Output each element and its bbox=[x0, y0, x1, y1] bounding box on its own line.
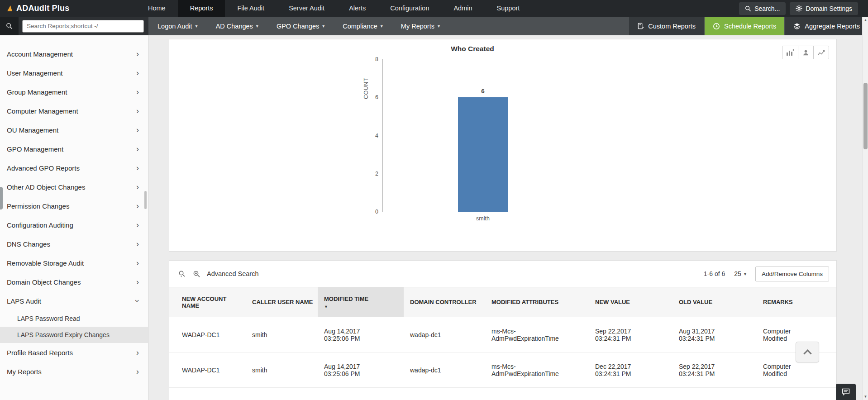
search-icon bbox=[745, 5, 751, 12]
chart-bar[interactable]: 6 bbox=[458, 97, 508, 212]
user-view-button[interactable] bbox=[798, 46, 813, 59]
sidebar-item-profile-based-reports[interactable]: Profile Based Reports› bbox=[0, 343, 148, 362]
sidebar-subitem-laps-password-read[interactable]: LAPS Password Read bbox=[0, 310, 148, 327]
sidebar-item-account-management[interactable]: Account Management› bbox=[0, 44, 148, 63]
table-cell: Dec 22,2017 03:24:31 PM bbox=[589, 352, 672, 388]
menu-ad-changes[interactable]: AD Changes▾ bbox=[207, 17, 267, 35]
table-row[interactable]: WADAP-DC1smithAug 14,2017 03:25:06 PMwad… bbox=[169, 352, 836, 388]
column-header-domain-controller[interactable]: DOMAIN CONTROLLER bbox=[404, 287, 485, 317]
search-icon bbox=[6, 23, 13, 29]
chat-bubble-icon bbox=[841, 388, 850, 396]
chat-support-button[interactable] bbox=[836, 384, 856, 400]
column-header-new-value[interactable]: NEW VALUE bbox=[589, 287, 672, 317]
main-content: Who Created COUNT 6 smith 02468 bbox=[148, 35, 862, 400]
sidebar-item-removable-storage-audit[interactable]: Removable Storage Audit› bbox=[0, 253, 148, 272]
report-table: NEW ACCOUNT NAMECALLER USER NAMEMODIFIED… bbox=[169, 287, 836, 388]
sidebar-item-label: Advanced GPO Reports bbox=[7, 164, 80, 172]
page-scrollbar[interactable]: ▲ ▼ bbox=[862, 17, 868, 400]
schedule-reports-button[interactable]: Schedule Reports bbox=[705, 17, 784, 35]
gear-icon bbox=[796, 5, 802, 12]
menu-my-reports[interactable]: My Reports▾ bbox=[392, 17, 449, 35]
chart-x-category-label: smith bbox=[458, 215, 508, 222]
column-header-modified-time[interactable]: MODIFIED TIME▼ bbox=[318, 287, 404, 317]
bar-chart-plus-icon bbox=[786, 49, 794, 56]
custom-report-icon bbox=[637, 23, 644, 29]
sidebar-collapse-handle[interactable] bbox=[0, 187, 3, 210]
chevron-right-icon: › bbox=[136, 145, 139, 153]
sidebar-item-permission-changes[interactable]: Permission Changes› bbox=[0, 196, 148, 215]
add-remove-columns-button[interactable]: Add/Remove Columns bbox=[755, 267, 829, 281]
sidebar-item-laps-audit[interactable]: LAPS Audit› bbox=[0, 291, 148, 310]
sidebar-item-group-management[interactable]: Group Management› bbox=[0, 82, 148, 101]
table-toolbar-right: 1-6 of 6 25 ▾ Add/Remove Columns bbox=[704, 267, 829, 281]
nav-tab-server-audit[interactable]: Server Audit bbox=[277, 0, 337, 17]
menu-logon-audit[interactable]: Logon Audit▾ bbox=[148, 17, 207, 35]
sidebar-subitem-laps-password-expiry-changes[interactable]: LAPS Password Expiry Changes bbox=[0, 327, 148, 343]
sidebar-item-label: Other AD Object Changes bbox=[7, 183, 85, 191]
sidebar-item-label: Domain Object Changes bbox=[7, 278, 81, 286]
custom-reports-button[interactable]: Custom Reports bbox=[629, 17, 704, 35]
report-search-input[interactable] bbox=[22, 20, 144, 33]
advanced-search-button[interactable] bbox=[193, 270, 200, 278]
sidebar-item-computer-management[interactable]: Computer Management› bbox=[0, 101, 148, 120]
nav-tab-reports[interactable]: Reports bbox=[178, 0, 225, 17]
sidebar-item-label: Configuration Auditing bbox=[7, 221, 73, 229]
column-header-caller-user-name[interactable]: CALLER USER NAME bbox=[246, 287, 318, 317]
sidebar-scrollbar-thumb[interactable] bbox=[144, 191, 147, 209]
column-header-modified-attributes[interactable]: MODIFIED ATTRIBUTES bbox=[485, 287, 589, 317]
advanced-search-label[interactable]: Advanced Search bbox=[207, 270, 258, 277]
nav-tab-configuration[interactable]: Configuration bbox=[378, 0, 441, 17]
scroll-to-top-button[interactable] bbox=[796, 342, 819, 362]
menu-compliance[interactable]: Compliance▾ bbox=[334, 17, 392, 35]
menu-gpo-changes[interactable]: GPO Changes▾ bbox=[267, 17, 334, 35]
domain-settings-button[interactable]: Domain Settings bbox=[790, 2, 858, 15]
table-row[interactable]: WADAP-DC1smithAug 14,2017 03:25:06 PMwad… bbox=[169, 317, 836, 352]
table-cell: ms-Mcs- AdmPwdExpirationTime bbox=[485, 317, 589, 352]
page-size-select[interactable]: 25 ▾ bbox=[734, 270, 746, 277]
sidebar-item-gpo-management[interactable]: GPO Management› bbox=[0, 139, 148, 158]
table-panel: Advanced Search 1-6 of 6 25 ▾ Add/Remove… bbox=[169, 260, 837, 400]
bar-chart-add-button[interactable] bbox=[782, 46, 798, 59]
column-header-label: OLD VALUE bbox=[679, 299, 712, 305]
chart-title: Who Created bbox=[364, 45, 581, 53]
table-cell: Sep 22,2017 03:24:31 PM bbox=[672, 352, 757, 388]
scrollbar-down-arrow[interactable]: ▼ bbox=[863, 393, 868, 400]
aggregate-reports-button[interactable]: Aggregate Reports bbox=[785, 17, 868, 35]
report-search-icon-box[interactable] bbox=[0, 17, 19, 35]
nav-tab-admin[interactable]: Admin bbox=[441, 0, 484, 17]
nav-tab-alerts[interactable]: Alerts bbox=[337, 0, 378, 17]
column-header-new-account-name[interactable]: NEW ACCOUNT NAME bbox=[169, 287, 246, 317]
column-header-label: MODIFIED ATTRIBUTES bbox=[491, 299, 558, 305]
sidebar-item-dns-changes[interactable]: DNS Changes› bbox=[0, 234, 148, 253]
sidebar-item-configuration-auditing[interactable]: Configuration Auditing› bbox=[0, 215, 148, 234]
nav-tab-support[interactable]: Support bbox=[485, 0, 532, 17]
table-header-row: NEW ACCOUNT NAMECALLER USER NAMEMODIFIED… bbox=[169, 287, 836, 317]
app-logo: ADAudit Plus bbox=[0, 0, 136, 17]
sort-descending-icon: ▼ bbox=[324, 305, 399, 309]
table-toolbar: Advanced Search 1-6 of 6 25 ▾ Add/Remove… bbox=[169, 261, 836, 287]
table-cell: Aug 14,2017 03:25:06 PM bbox=[318, 317, 404, 352]
sidebar-item-label: Account Management bbox=[7, 50, 73, 58]
sidebar-item-ou-management[interactable]: OU Management› bbox=[0, 120, 148, 139]
y-axis-tick: 0 bbox=[375, 209, 383, 215]
scrollbar-thumb[interactable] bbox=[863, 83, 868, 149]
caret-down-icon: ▾ bbox=[381, 24, 383, 29]
scrollbar-up-arrow[interactable]: ▲ bbox=[863, 17, 868, 24]
line-chart-button[interactable] bbox=[813, 46, 829, 59]
menu-label: AD Changes bbox=[216, 23, 253, 30]
sidebar-item-domain-object-changes[interactable]: Domain Object Changes› bbox=[0, 272, 148, 291]
global-search-button[interactable]: Search... bbox=[739, 2, 786, 15]
chevron-up-icon bbox=[803, 349, 811, 357]
top-navigation-bar: ADAudit Plus HomeReportsFile AuditServer… bbox=[0, 0, 868, 17]
table-cell: smith bbox=[246, 317, 318, 352]
sidebar-item-my-reports[interactable]: My Reports› bbox=[0, 362, 148, 381]
nav-tab-file-audit[interactable]: File Audit bbox=[225, 0, 277, 17]
nav-tab-home[interactable]: Home bbox=[136, 0, 178, 17]
sidebar-item-other-ad-object-changes[interactable]: Other AD Object Changes› bbox=[0, 177, 148, 196]
quick-search-button[interactable] bbox=[178, 270, 186, 277]
sidebar-item-user-management[interactable]: User Management› bbox=[0, 63, 148, 82]
column-header-remarks[interactable]: REMARKS bbox=[757, 287, 836, 317]
caret-down-icon: ▾ bbox=[256, 24, 258, 29]
sidebar-item-advanced-gpo-reports[interactable]: Advanced GPO Reports› bbox=[0, 158, 148, 177]
column-header-old-value[interactable]: OLD VALUE bbox=[672, 287, 757, 317]
